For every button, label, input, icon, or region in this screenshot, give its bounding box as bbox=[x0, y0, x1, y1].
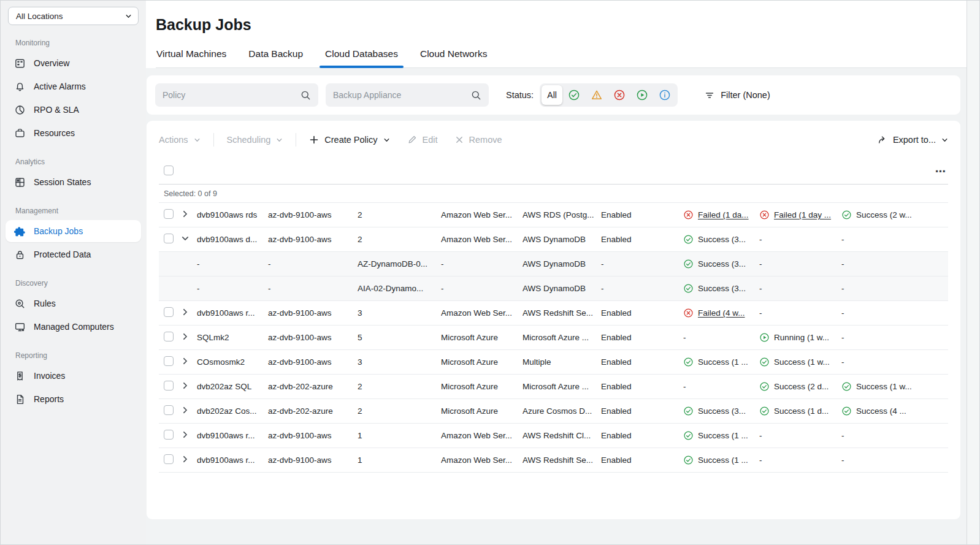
cell-last-backup[interactable]: Failed (1 day ... bbox=[759, 210, 841, 220]
policy-search[interactable] bbox=[155, 83, 318, 107]
tab-cloud-networks[interactable]: Cloud Networks bbox=[420, 48, 487, 67]
status-filter-all-button[interactable]: All bbox=[542, 85, 562, 105]
chevron-down-icon[interactable] bbox=[181, 234, 189, 243]
table-row[interactable]: dvb9100aws r...az-dvb-9100-aws1Amazon We… bbox=[159, 448, 948, 473]
chevron-right-icon[interactable] bbox=[181, 308, 189, 316]
sidebar-item-active-alarms[interactable]: Active Alarms bbox=[6, 75, 141, 97]
tab-data-backup[interactable]: Data Backup bbox=[248, 48, 303, 67]
success-icon bbox=[683, 234, 694, 245]
appliance-search-input[interactable] bbox=[333, 90, 471, 100]
cell-policy: dvb9100aws r... bbox=[197, 455, 268, 465]
create-policy-button[interactable]: Create Policy bbox=[309, 135, 389, 145]
sidebar-item-rpo-sla[interactable]: RPO & SLA bbox=[6, 99, 141, 121]
table-row[interactable]: dvb9100aws d...az-dvb-9100-aws2Amazon We… bbox=[159, 227, 948, 252]
status-filter-info-button[interactable] bbox=[653, 85, 676, 105]
sidebar-item-reports[interactable]: Reports bbox=[6, 388, 141, 410]
select-all-checkbox[interactable] bbox=[164, 166, 174, 175]
table-row[interactable]: dvb9100aws r...az-dvb-9100-aws3Amazon We… bbox=[159, 301, 948, 326]
chevron-right-icon[interactable] bbox=[181, 357, 189, 365]
cell-last-snapshot-label[interactable]: Failed (4 w... bbox=[698, 308, 745, 318]
table-row[interactable]: --AZ-DynamoDB-0...-AWS DynamoDB-Success … bbox=[159, 252, 948, 276]
column-options-button[interactable]: ⋯ bbox=[925, 165, 948, 178]
appliance-search[interactable] bbox=[326, 83, 489, 107]
cell-last-backup-label[interactable]: Failed (1 day ... bbox=[774, 210, 831, 219]
chevron-right-icon[interactable] bbox=[181, 406, 189, 414]
sidebar-item-backup-jobs[interactable]: Backup Jobs bbox=[6, 220, 141, 242]
table-row[interactable]: SQLmk2az-dvb-9100-aws5Microsoft AzureMic… bbox=[159, 326, 948, 350]
cell-platform: Amazon Web Ser... bbox=[441, 308, 523, 318]
remove-button[interactable]: Remove bbox=[455, 135, 502, 145]
sidebar-item-overview[interactable]: Overview bbox=[6, 52, 141, 74]
info-icon bbox=[659, 89, 671, 101]
row-checkbox[interactable] bbox=[164, 332, 174, 341]
status-filter-running-button[interactable] bbox=[630, 85, 653, 105]
cell-last-snapshot[interactable]: Failed (1 da... bbox=[683, 210, 759, 220]
success-icon bbox=[759, 381, 770, 392]
table-row[interactable]: dvb9100aws r...az-dvb-9100-aws1Amazon We… bbox=[159, 424, 948, 448]
row-checkbox[interactable] bbox=[164, 430, 174, 440]
status-filter-success-button[interactable] bbox=[562, 85, 585, 105]
pencil-icon bbox=[407, 135, 417, 145]
chevron-down-icon bbox=[941, 137, 948, 143]
cell-last-snapshot-label[interactable]: Failed (1 da... bbox=[698, 210, 749, 219]
error-icon bbox=[613, 89, 626, 101]
status-filter-error-button[interactable] bbox=[608, 85, 630, 105]
sidebar-nav: MonitoringOverviewActive AlarmsRPO & SLA… bbox=[1, 39, 146, 410]
table-row[interactable]: dvb202az SQLaz-dvb-202-azure2Microsoft A… bbox=[159, 375, 948, 399]
chevron-down-icon bbox=[276, 137, 283, 143]
sidebar-item-rules[interactable]: Rules bbox=[6, 292, 141, 314]
row-checkbox[interactable] bbox=[164, 356, 174, 366]
row-checkbox[interactable] bbox=[164, 454, 174, 464]
row-checkbox[interactable] bbox=[164, 209, 174, 219]
chevron-right-icon[interactable] bbox=[181, 332, 189, 341]
sidebar-item-resources[interactable]: Resources bbox=[6, 122, 141, 144]
policy-search-input[interactable] bbox=[163, 90, 301, 100]
success-icon bbox=[841, 381, 852, 392]
row-checkbox[interactable] bbox=[164, 405, 174, 415]
cell-last-snapshot[interactable]: Failed (4 w... bbox=[683, 308, 759, 318]
error-icon bbox=[759, 210, 770, 220]
scheduling-button[interactable]: Scheduling bbox=[227, 135, 283, 145]
content-canvas: Status: All Filter (None) Actions bbox=[146, 68, 979, 544]
cell-database-type: AWS DynamoDB bbox=[523, 259, 601, 269]
cell-instances: 3 bbox=[358, 308, 441, 318]
rules-icon bbox=[14, 298, 26, 310]
row-checkbox[interactable] bbox=[164, 381, 174, 391]
chevron-right-icon[interactable] bbox=[181, 430, 189, 439]
cell-instances: 5 bbox=[358, 333, 441, 342]
status-filter-warning-button[interactable] bbox=[585, 85, 608, 105]
cell-database-type: AWS Redshift Cl... bbox=[523, 431, 601, 440]
sidebar-section-monitoring: MonitoringOverviewActive AlarmsRPO & SLA… bbox=[1, 39, 146, 144]
scrollbar-track[interactable] bbox=[967, 1, 979, 544]
sidebar-item-invoices[interactable]: Invoices bbox=[6, 365, 141, 387]
page-header: Backup Jobs Virtual MachinesData BackupC… bbox=[146, 1, 979, 68]
filter-button[interactable]: Filter (None) bbox=[705, 90, 770, 100]
cell-last-archive: Success (2 w... bbox=[841, 210, 925, 220]
puzzle-icon bbox=[14, 226, 26, 237]
success-icon bbox=[841, 406, 852, 416]
chevron-right-icon[interactable] bbox=[181, 455, 189, 463]
location-selector[interactable]: All Locations bbox=[8, 7, 139, 25]
table-row[interactable]: dvb202az Cos...az-dvb-202-azure2Microsof… bbox=[159, 399, 948, 424]
export-button[interactable]: Export to... bbox=[878, 135, 948, 145]
edit-button-label: Edit bbox=[423, 135, 438, 145]
table-row[interactable]: COsmosmk2az-dvb-9100-aws3Microsoft Azure… bbox=[159, 350, 948, 375]
row-checkbox[interactable] bbox=[164, 307, 174, 317]
cell-database-type: AWS RDS (Postg... bbox=[523, 210, 601, 219]
actions-button[interactable]: Actions bbox=[159, 135, 201, 145]
cell-last-archive: - bbox=[841, 308, 925, 318]
table-row[interactable]: --AIA-02-Dynamo...-AWS DynamoDB-Success … bbox=[159, 276, 948, 301]
search-icon bbox=[301, 90, 311, 101]
sidebar-item-session-states[interactable]: Session States bbox=[6, 171, 141, 193]
row-checkbox[interactable] bbox=[164, 234, 174, 243]
table-row[interactable]: dvb9100aws rdsaz-dvb-9100-aws2Amazon Web… bbox=[159, 203, 948, 227]
cell-last-backup: Success (2 d... bbox=[759, 381, 841, 392]
sidebar-item-protected-data[interactable]: Protected Data bbox=[6, 243, 141, 265]
sidebar-item-managed-computers[interactable]: Managed Computers bbox=[6, 316, 141, 338]
chevron-right-icon[interactable] bbox=[181, 210, 189, 218]
tab-cloud-databases[interactable]: Cloud Databases bbox=[325, 48, 398, 67]
cell-last-archive: - bbox=[841, 235, 925, 244]
tab-virtual-machines[interactable]: Virtual Machines bbox=[156, 48, 226, 67]
chevron-right-icon[interactable] bbox=[181, 381, 189, 390]
edit-button[interactable]: Edit bbox=[407, 135, 438, 145]
